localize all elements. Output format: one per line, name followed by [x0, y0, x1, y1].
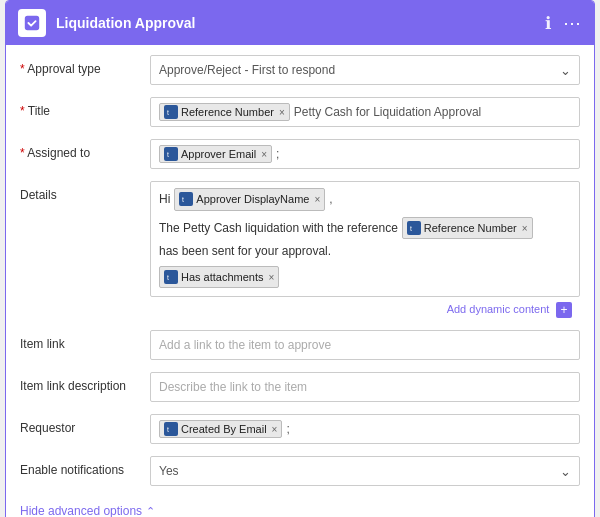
- requestor-label: Requestor: [20, 414, 150, 437]
- details-input[interactable]: Hi t Approver DisplayName × ,: [150, 181, 580, 297]
- assigned-to-label: * Assigned to: [20, 139, 150, 162]
- token-close-icon[interactable]: ×: [279, 107, 285, 118]
- requestor-value: t Created By Email × ;: [150, 414, 580, 444]
- header: Liquidation Approval ℹ ⋯: [6, 1, 594, 45]
- svg-text:t: t: [182, 196, 184, 203]
- enable-notifications-label: Enable notifications: [20, 456, 150, 479]
- app-icon: [18, 9, 46, 37]
- enable-notifications-select[interactable]: Yes ⌄: [150, 456, 580, 486]
- token-icon: t: [164, 270, 178, 284]
- requestor-row: Requestor t Created By Email × ;: [20, 414, 580, 446]
- hide-advanced-btn[interactable]: Hide advanced options ⌃: [20, 498, 580, 517]
- created-by-email-token: t Created By Email ×: [159, 420, 282, 438]
- enable-notifications-value: Yes ⌄: [150, 456, 580, 486]
- details-label: Details: [20, 181, 150, 204]
- info-icon[interactable]: ℹ: [545, 13, 551, 34]
- semicolon: ;: [276, 147, 279, 161]
- approval-type-row: * Approval type Approve/Reject - First t…: [20, 55, 580, 87]
- item-link-input[interactable]: Add a link to the item to approve: [150, 330, 580, 360]
- assigned-to-input[interactable]: t Approver Email × ;: [150, 139, 580, 169]
- token-icon: t: [164, 422, 178, 436]
- title-value: t Reference Number × Petty Cash for Liqu…: [150, 97, 580, 127]
- details-row: Details Hi t Approver DisplayName ×: [20, 181, 580, 320]
- item-link-desc-row: Item link description Describe the link …: [20, 372, 580, 404]
- header-title: Liquidation Approval: [56, 15, 535, 31]
- item-link-label: Item link: [20, 330, 150, 353]
- svg-rect-0: [25, 16, 39, 30]
- required-star: *: [20, 104, 28, 118]
- chevron-down-icon: ⌄: [560, 63, 571, 78]
- token-close-icon[interactable]: ×: [261, 149, 267, 160]
- svg-text:t: t: [410, 225, 412, 232]
- details-line4: t Has attachments ×: [159, 266, 571, 289]
- comma: ,: [329, 189, 332, 209]
- details-value: Hi t Approver DisplayName × ,: [150, 181, 580, 320]
- svg-text:t: t: [167, 426, 169, 433]
- approver-email-token: t Approver Email ×: [159, 145, 272, 163]
- title-input[interactable]: t Reference Number × Petty Cash for Liqu…: [150, 97, 580, 127]
- add-dynamic-link[interactable]: Add dynamic content: [447, 303, 550, 315]
- item-link-value: Add a link to the item to approve: [150, 330, 580, 360]
- approver-displayname-token: t Approver DisplayName ×: [174, 188, 325, 211]
- add-dynamic-container: Add dynamic content +: [150, 297, 580, 320]
- svg-text:t: t: [167, 151, 169, 158]
- item-link-desc-input[interactable]: Describe the link to the item: [150, 372, 580, 402]
- token-icon: t: [164, 147, 178, 161]
- more-icon[interactable]: ⋯: [563, 12, 582, 34]
- assigned-to-value: t Approver Email × ;: [150, 139, 580, 169]
- token-icon: t: [164, 105, 178, 119]
- assigned-to-row: * Assigned to t Approver Email × ;: [20, 139, 580, 171]
- token-close-icon[interactable]: ×: [269, 269, 275, 286]
- token-close-icon[interactable]: ×: [272, 424, 278, 435]
- ref-number-token: t Reference Number ×: [402, 217, 533, 240]
- has-attachments-token: t Has attachments ×: [159, 266, 279, 289]
- token-icon: t: [179, 192, 193, 206]
- header-actions: ℹ ⋯: [545, 12, 582, 34]
- token-close-icon[interactable]: ×: [314, 191, 320, 208]
- svg-text:t: t: [167, 274, 169, 281]
- reference-number-token: t Reference Number ×: [159, 103, 290, 121]
- approval-type-label: * Approval type: [20, 55, 150, 78]
- item-link-desc-value: Describe the link to the item: [150, 372, 580, 402]
- title-row: * Title t Reference Number × Petty Cash …: [20, 97, 580, 129]
- details-line2: The Petty Cash liquidation with the refe…: [159, 217, 571, 240]
- enable-notifications-row: Enable notifications Yes ⌄: [20, 456, 580, 488]
- approval-type-value: Approve/Reject - First to respond ⌄: [150, 55, 580, 85]
- title-label: * Title: [20, 97, 150, 120]
- details-line3: has been sent for your approval.: [159, 241, 571, 261]
- token-icon: t: [407, 221, 421, 235]
- approval-type-select[interactable]: Approve/Reject - First to respond ⌄: [150, 55, 580, 85]
- card: Liquidation Approval ℹ ⋯ * Approval type…: [5, 0, 595, 517]
- chevron-down-icon: ⌄: [560, 464, 571, 479]
- details-line1: Hi t Approver DisplayName × ,: [159, 188, 571, 211]
- token-close-icon[interactable]: ×: [522, 220, 528, 237]
- body: * Approval type Approve/Reject - First t…: [6, 45, 594, 517]
- semicolon: ;: [286, 422, 289, 436]
- add-dynamic-btn[interactable]: +: [556, 302, 572, 318]
- svg-text:t: t: [167, 109, 169, 116]
- requestor-input[interactable]: t Created By Email × ;: [150, 414, 580, 444]
- item-link-desc-label: Item link description: [20, 372, 150, 395]
- item-link-row: Item link Add a link to the item to appr…: [20, 330, 580, 362]
- caret-up-icon: ⌃: [146, 505, 155, 517]
